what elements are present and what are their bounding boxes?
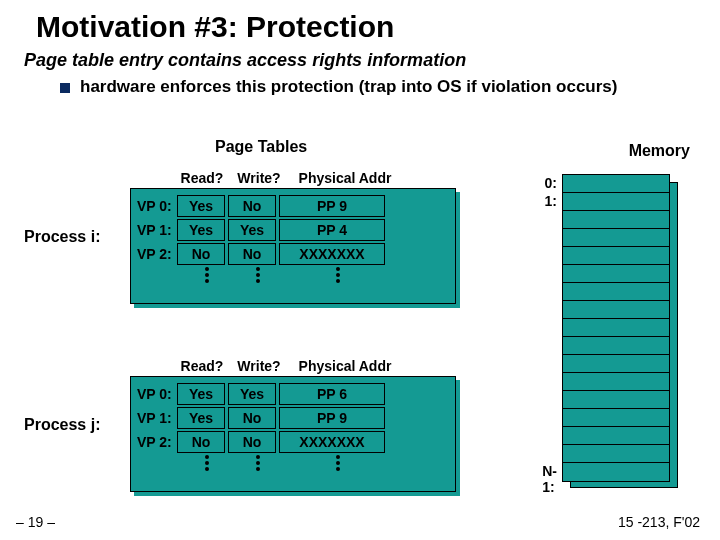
- table-row: VP 0: Yes Yes PP 6: [137, 383, 449, 405]
- vp-label: VP 0:: [137, 198, 177, 214]
- vp-label: VP 2:: [137, 434, 177, 450]
- col-phys-header: Physical Addr: [290, 170, 400, 186]
- bullet-text: hardware enforces this protection (trap …: [80, 77, 617, 97]
- process-j-label: Process j:: [24, 416, 100, 434]
- memory-slot: [563, 463, 669, 481]
- cell-phys: PP 4: [279, 219, 385, 241]
- ellipsis-icon: [234, 267, 282, 283]
- table-row: VP 2: No No XXXXXXX: [137, 243, 449, 265]
- ellipsis-row: [183, 455, 449, 471]
- memory-label: Memory: [629, 142, 690, 160]
- memory-slot: [563, 427, 669, 445]
- table-row: VP 2: No No XXXXXXX: [137, 431, 449, 453]
- process-i-label: Process i:: [24, 228, 100, 246]
- table-box: VP 0: Yes Yes PP 6 VP 1: Yes No PP 9 VP …: [130, 376, 456, 492]
- cell-phys: PP 6: [279, 383, 385, 405]
- memory-slot: [563, 445, 669, 463]
- bullet-item: hardware enforces this protection (trap …: [0, 71, 720, 97]
- bullet-square-icon: [60, 83, 70, 93]
- table-row: VP 0: Yes No PP 9: [137, 195, 449, 217]
- vp-label: VP 2:: [137, 246, 177, 262]
- memory-slot: [563, 175, 669, 193]
- cell-phys: XXXXXXX: [279, 243, 385, 265]
- vp-label: VP 1:: [137, 222, 177, 238]
- cell-read: Yes: [177, 195, 225, 217]
- memory-slot: [563, 211, 669, 229]
- col-write-header: Write?: [232, 358, 286, 374]
- table-headers: Read? Write? Physical Addr: [176, 170, 456, 186]
- cell-phys: XXXXXXX: [279, 431, 385, 453]
- col-read-header: Read?: [176, 358, 228, 374]
- cell-read: Yes: [177, 219, 225, 241]
- page-table-j: Read? Write? Physical Addr VP 0: Yes Yes…: [130, 358, 456, 492]
- cell-write: No: [228, 431, 276, 453]
- cell-phys: PP 9: [279, 407, 385, 429]
- ellipsis-icon: [183, 455, 231, 471]
- cell-read: Yes: [177, 383, 225, 405]
- ellipsis-icon: [285, 455, 391, 471]
- ellipsis-icon: [183, 267, 231, 283]
- col-write-header: Write?: [232, 170, 286, 186]
- memory-slot: [563, 391, 669, 409]
- cell-write: Yes: [228, 219, 276, 241]
- memory-index-n: N-1:: [542, 463, 557, 495]
- table-row: VP 1: Yes No PP 9: [137, 407, 449, 429]
- memory-slot: [563, 193, 669, 211]
- memory-slot: [563, 283, 669, 301]
- memory-slot: [563, 301, 669, 319]
- table-row: VP 1: Yes Yes PP 4: [137, 219, 449, 241]
- cell-read: No: [177, 243, 225, 265]
- slide-title: Motivation #3: Protection: [0, 0, 720, 48]
- memory-diagram: 0: 1: N-1:: [562, 174, 678, 482]
- cell-read: No: [177, 431, 225, 453]
- vp-label: VP 0:: [137, 386, 177, 402]
- cell-write: No: [228, 243, 276, 265]
- table-headers: Read? Write? Physical Addr: [176, 358, 456, 374]
- memory-index-0: 0:: [545, 175, 557, 191]
- memory-slot: [563, 229, 669, 247]
- memory-slot: [563, 265, 669, 283]
- memory-slot: [563, 355, 669, 373]
- slide-number: – 19 –: [16, 514, 55, 530]
- cell-read: Yes: [177, 407, 225, 429]
- cell-write: No: [228, 407, 276, 429]
- cell-phys: PP 9: [279, 195, 385, 217]
- slide-subtitle: Page table entry contains access rights …: [0, 48, 720, 71]
- memory-slot: [563, 409, 669, 427]
- cell-write: Yes: [228, 383, 276, 405]
- ellipsis-row: [183, 267, 449, 283]
- col-read-header: Read?: [176, 170, 228, 186]
- memory-slot: [563, 373, 669, 391]
- memory-slot: [563, 319, 669, 337]
- memory-slot: [563, 337, 669, 355]
- memory-box: 0: 1: N-1:: [562, 174, 670, 482]
- memory-index-1: 1:: [545, 193, 557, 209]
- table-box: VP 0: Yes No PP 9 VP 1: Yes Yes PP 4 VP …: [130, 188, 456, 304]
- memory-slot: [563, 247, 669, 265]
- cell-write: No: [228, 195, 276, 217]
- vp-label: VP 1:: [137, 410, 177, 426]
- col-phys-header: Physical Addr: [290, 358, 400, 374]
- page-table-i: Read? Write? Physical Addr VP 0: Yes No …: [130, 170, 456, 304]
- ellipsis-icon: [285, 267, 391, 283]
- ellipsis-icon: [234, 455, 282, 471]
- page-tables-label: Page Tables: [215, 138, 307, 156]
- course-tag: 15 -213, F'02: [618, 514, 700, 530]
